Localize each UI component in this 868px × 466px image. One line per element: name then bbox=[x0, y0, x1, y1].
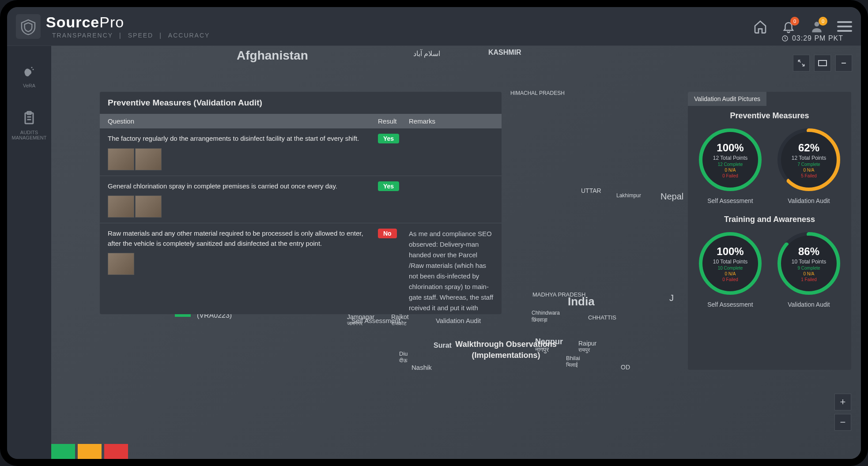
user-badge: 0 bbox=[819, 17, 827, 26]
gauge-percent: 100% bbox=[717, 245, 743, 258]
svg-point-2 bbox=[31, 67, 33, 68]
tagline: TRANSPARENCY|SPEED|ACCURACY bbox=[46, 32, 216, 39]
gauge-percent: 86% bbox=[798, 245, 819, 258]
gauge-label: Self Assessment bbox=[707, 197, 753, 204]
result-cell: Yes bbox=[378, 181, 404, 218]
result-cell: No bbox=[378, 229, 404, 314]
measures-modal: ✕ Preventive Measures (Validation Audit)… bbox=[100, 92, 502, 314]
legend-swatch bbox=[51, 444, 75, 459]
clipboard-icon bbox=[21, 110, 37, 126]
thumbnail[interactable] bbox=[135, 195, 162, 218]
zoom-in-button[interactable]: + bbox=[834, 394, 851, 410]
logo-icon bbox=[16, 14, 41, 39]
question-text: Raw materials and any other material req… bbox=[108, 229, 378, 314]
gauge: 100%12 Total Points12 Complete0 N/A0 Fai… bbox=[697, 127, 763, 204]
result-pill: Yes bbox=[378, 181, 399, 191]
gauge-na: 0 N/A bbox=[725, 168, 736, 173]
gauge-label: Validation Audit bbox=[788, 197, 830, 204]
result-pill: No bbox=[378, 229, 397, 238]
gauge-failed: 0 Failed bbox=[722, 277, 738, 282]
remarks-text bbox=[404, 181, 494, 218]
question-row: General chlorination spray in complete p… bbox=[100, 176, 502, 224]
gauge-label: Validation Audit bbox=[788, 301, 830, 308]
dashboard-tab[interactable]: Validation Audit Pictures bbox=[688, 92, 766, 106]
clock: 03:29 PM PKT bbox=[781, 34, 843, 42]
gauge-complete: 12 Complete bbox=[718, 162, 743, 167]
gauge-failed: 1 Failed bbox=[801, 277, 817, 282]
thumbnail[interactable] bbox=[108, 253, 134, 275]
gauge-complete: 10 Complete bbox=[718, 266, 743, 271]
sidebar-item-label: AUDITS MANAGEMENT bbox=[10, 130, 49, 140]
sidebar-item-vera[interactable]: VeRA bbox=[19, 64, 40, 88]
gauge-percent: 62% bbox=[798, 142, 819, 154]
gauge-total: 10 Total Points bbox=[713, 259, 748, 265]
modal-body[interactable]: The factory regularly do the arrangement… bbox=[100, 128, 502, 314]
sidebar-item-audits[interactable]: AUDITS MANAGEMENT bbox=[7, 110, 51, 140]
hands-icon bbox=[21, 64, 37, 79]
section-title: Preventive Measures bbox=[693, 111, 846, 120]
gauge-labels-mid: Self Assessment Validation Audit bbox=[351, 317, 481, 324]
thumbnail[interactable] bbox=[108, 148, 134, 170]
minimize-icon[interactable] bbox=[835, 55, 852, 71]
sidebar-item-label: VeRA bbox=[23, 83, 35, 88]
app-header: SourcePro TRANSPARENCY|SPEED|ACCURACY 0 … bbox=[7, 7, 861, 46]
bell-icon[interactable]: 0 bbox=[781, 19, 796, 34]
zoom-out-button[interactable]: − bbox=[834, 414, 851, 431]
col-question: Question bbox=[100, 114, 378, 128]
gauge-failed: 0 Failed bbox=[722, 173, 738, 178]
gauge-failed: 5 Failed bbox=[801, 173, 817, 178]
user-icon[interactable]: 0 bbox=[809, 19, 825, 34]
dash-section: Training and Awareness100%10 Total Point… bbox=[688, 210, 851, 313]
section-title: Training and Awareness bbox=[693, 215, 846, 224]
window-icon[interactable] bbox=[814, 55, 831, 71]
gauge-na: 0 N/A bbox=[803, 168, 814, 173]
gauge-na: 0 N/A bbox=[725, 271, 736, 276]
question-text: The factory regularly do the arrangement… bbox=[108, 134, 378, 170]
result-pill: Yes bbox=[378, 134, 399, 143]
gauge-complete: 7 Complete bbox=[797, 162, 820, 167]
legend-swatch bbox=[104, 444, 128, 459]
col-remarks: Remarks bbox=[404, 114, 502, 128]
remarks-text bbox=[404, 134, 494, 170]
question-row: The factory regularly do the arrangement… bbox=[100, 128, 502, 176]
svg-point-3 bbox=[33, 69, 34, 70]
gauge-complete: 9 Complete bbox=[797, 266, 820, 271]
question-row: Raw materials and any other material req… bbox=[100, 223, 502, 314]
clock-icon bbox=[781, 35, 789, 42]
gauge: 62%12 Total Points7 Complete0 N/A5 Faile… bbox=[776, 127, 842, 204]
thumbnail[interactable] bbox=[135, 148, 162, 170]
gauge-total: 12 Total Points bbox=[713, 155, 748, 161]
walkthrough-title: Walkthrough Observations (Implementation… bbox=[418, 339, 594, 361]
result-cell: Yes bbox=[378, 134, 404, 170]
dash-section: Preventive Measures100%12 Total Points12… bbox=[688, 106, 851, 210]
gauge-percent: 100% bbox=[717, 142, 743, 154]
gauge-total: 10 Total Points bbox=[792, 259, 826, 265]
sidebar: VeRA AUDITS MANAGEMENT bbox=[7, 46, 51, 459]
menu-icon[interactable] bbox=[837, 21, 852, 32]
modal-header-row: Question Result Remarks bbox=[100, 114, 502, 128]
dashboard-panel[interactable]: Validation Audit Pictures Preventive Mea… bbox=[688, 92, 851, 370]
brand-name: SourcePro bbox=[46, 14, 216, 31]
question-text: General chlorination spray in complete p… bbox=[108, 181, 378, 218]
gauge: 100%10 Total Points10 Complete0 N/A0 Fai… bbox=[697, 230, 763, 308]
gauge: 86%10 Total Points9 Complete0 N/A1 Faile… bbox=[776, 230, 842, 308]
remarks-text: As me and compliance SEO observed: Deliv… bbox=[404, 229, 494, 314]
thumbnail[interactable] bbox=[108, 195, 134, 218]
fullscreen-icon[interactable] bbox=[793, 55, 810, 71]
modal-title: Preventive Measures (Validation Audit) bbox=[100, 92, 502, 114]
logo: SourcePro TRANSPARENCY|SPEED|ACCURACY bbox=[16, 14, 216, 39]
notification-badge: 0 bbox=[790, 17, 799, 26]
gauge-total: 12 Total Points bbox=[792, 155, 826, 161]
gauge-na: 0 N/A bbox=[803, 271, 814, 276]
home-icon[interactable] bbox=[752, 19, 768, 34]
legend-swatch bbox=[78, 444, 102, 459]
svg-rect-8 bbox=[819, 60, 826, 66]
map-area[interactable]: Afghanistanاسلام آبادKASHMIRHIMACHAL PRA… bbox=[51, 46, 861, 459]
status-legend bbox=[51, 444, 128, 459]
gauge-label: Self Assessment bbox=[707, 301, 753, 308]
col-result: Result bbox=[378, 114, 404, 128]
